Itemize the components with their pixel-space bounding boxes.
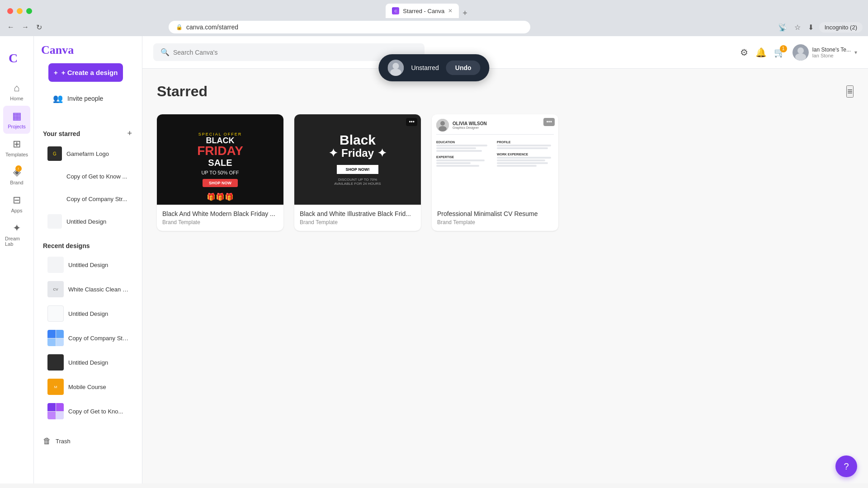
- user-section[interactable]: Ian Stone's Te... Ian Stone ▾: [793, 44, 857, 61]
- recent-item-mobile-course[interactable]: M Mobile Course: [43, 375, 133, 399]
- toast-avatar: [387, 60, 404, 76]
- dreamlab-icon: ✦: [13, 222, 21, 234]
- incognito-btn[interactable]: Incognito (2): [819, 22, 863, 33]
- design-card-black-friday-1[interactable]: Special Offer BLACK FRIDAY SALE UP TO 50…: [157, 114, 283, 231]
- minimize-window-btn[interactable]: [17, 8, 23, 14]
- recent-thumb-4: [47, 330, 64, 346]
- brand-icon: ◈!: [13, 166, 21, 178]
- tab-bar: C Starred - Canva ✕ +: [386, 4, 471, 18]
- cart-button[interactable]: 🛒 1: [774, 47, 785, 58]
- create-design-button[interactable]: + + Create a design: [48, 63, 123, 82]
- nav-item-dreamlab[interactable]: ✦ Dream Lab: [3, 218, 30, 251]
- svg-point-3: [797, 47, 804, 54]
- cv-edu-line-1: [436, 145, 487, 146]
- design-card-black-friday-2[interactable]: Black ✦ Friday ✦ SHOP NOW! DISCOUNT UP T…: [294, 114, 421, 231]
- canva-logo[interactable]: C: [7, 40, 27, 78]
- nav-item-brand[interactable]: ◈! Brand: [3, 162, 30, 190]
- bf2-friday-text: Friday: [341, 147, 374, 160]
- close-window-btn[interactable]: [7, 8, 13, 14]
- cv-work-line-3: [497, 162, 548, 164]
- toast-undo-button[interactable]: Undo: [446, 61, 481, 75]
- maximize-window-btn[interactable]: [26, 8, 32, 14]
- reload-button[interactable]: ↻: [34, 21, 44, 33]
- cv-expertise-header: EXPERTISE: [436, 155, 493, 159]
- company-str-label: Copy of Company Str...: [66, 196, 127, 202]
- browser-chrome: C Starred - Canva ✕ +: [0, 0, 868, 18]
- cv-visual: OLIVIA WILSON Graphics Designer EDUCATIO…: [432, 114, 558, 205]
- sidebar-logo-text: Canva: [41, 43, 135, 57]
- cv-work-header: WORK EXPERIENCE: [497, 153, 554, 156]
- black-friday-1-visual: Special Offer BLACK FRIDAY SALE UP TO 50…: [157, 114, 283, 205]
- starred-item-untitled[interactable]: Untitled Design: [43, 211, 133, 232]
- design-card-cv[interactable]: OLIVIA WILSON Graphics Designer EDUCATIO…: [432, 114, 558, 231]
- invite-people-button[interactable]: 👥 Invite people: [48, 89, 108, 108]
- bookmark-icon[interactable]: ☆: [793, 21, 802, 33]
- app-container: C ⌂ Home ▦ Projects ⊞ Templates ◈! Brand…: [0, 36, 868, 483]
- untitled-thumb: [47, 214, 62, 229]
- page-title: Starred: [157, 83, 208, 100]
- lock-icon: 🔒: [176, 24, 183, 30]
- svg-point-4: [795, 53, 806, 61]
- nav-item-projects[interactable]: ▦ Projects: [3, 106, 30, 134]
- notifications-button[interactable]: 🔔: [755, 47, 767, 58]
- trash-item[interactable]: 🗑 Trash: [34, 431, 142, 451]
- tab-close-icon[interactable]: ✕: [448, 8, 453, 14]
- view-toggle-button[interactable]: ≡: [846, 85, 854, 98]
- recent-item-untitled-2[interactable]: Untitled Design: [43, 302, 133, 325]
- apps-icon: ⊟: [13, 194, 21, 206]
- recent-item-white-classic[interactable]: CV White Classic Clean R...: [43, 277, 133, 301]
- gamefarm-label: Gamefarm Logo: [66, 150, 109, 157]
- bf1-decorations: 🎁🎁🎁: [157, 192, 283, 201]
- nav-item-templates[interactable]: ⊞ Templates: [3, 134, 30, 162]
- card-2-menu-dots[interactable]: •••: [406, 118, 417, 126]
- cv-education-header: EDUCATION: [436, 141, 493, 144]
- recent-item-untitled-3[interactable]: Untitled Design: [43, 351, 133, 374]
- user-info: Ian Stone's Te... Ian Stone: [812, 47, 851, 58]
- forward-button[interactable]: →: [20, 21, 31, 33]
- new-tab-button[interactable]: +: [459, 9, 471, 18]
- bf1-friday-text: FRIDAY: [197, 145, 243, 157]
- starred-item-company-str[interactable]: Copy of Company Str...: [43, 188, 133, 210]
- svg-point-9: [392, 63, 399, 69]
- starred-item-gamefarm[interactable]: G Gamefarm Logo: [43, 143, 133, 164]
- nav-item-home[interactable]: ⌂ Home: [3, 78, 30, 106]
- get-to-know-thumb: [47, 169, 62, 183]
- active-tab[interactable]: C Starred - Canva ✕: [386, 4, 459, 18]
- recent-label-2: White Classic Clean R...: [68, 286, 128, 293]
- cv-exp-line-3: [436, 165, 479, 167]
- toast-avatar-image: [387, 60, 404, 76]
- nav-item-apps[interactable]: ⊟ Apps: [3, 190, 30, 218]
- cv-exp-line-1: [436, 160, 485, 161]
- tab-favicon: C: [392, 7, 399, 14]
- card-3-menu-dots[interactable]: •••: [543, 118, 555, 126]
- window-controls: [7, 8, 32, 14]
- cast-icon[interactable]: 📡: [776, 21, 789, 33]
- back-button[interactable]: ←: [5, 21, 16, 33]
- search-input[interactable]: [173, 49, 417, 56]
- recent-item-untitled-1[interactable]: Untitled Design: [43, 253, 133, 277]
- toast-notification: Unstarred Undo: [378, 54, 489, 81]
- cv-header: OLIVIA WILSON Graphics Designer: [436, 119, 554, 131]
- recent-item-get-to-know-2[interactable]: Copy of Get to Kno...: [43, 399, 133, 423]
- black-friday-2-visual: Black ✦ Friday ✦ SHOP NOW! DISCOUNT UP T…: [294, 114, 421, 205]
- header-actions: ⚙ 🔔 🛒 1 Ian Stone's Te...: [740, 44, 857, 61]
- download-icon[interactable]: ⬇: [806, 21, 816, 33]
- nav-dreamlab-label: Dream Lab: [5, 236, 28, 247]
- card-2-menu: •••: [406, 118, 417, 126]
- nav-brand-label: Brand: [10, 180, 23, 185]
- recent-item-company-str-2[interactable]: Copy of Company Str...: [43, 326, 133, 350]
- card-title-1: Black And White Modern Black Friday ...: [162, 210, 278, 217]
- starred-item-get-to-know[interactable]: Copy of Get to Know ...: [43, 165, 133, 187]
- cv-edu-line-3: [436, 150, 482, 152]
- search-icon: 🔍: [160, 48, 170, 56]
- cv-content-grid: EDUCATION EXPERTISE: [436, 139, 554, 168]
- address-bar[interactable]: 🔒 canva.com/starred: [169, 21, 530, 33]
- settings-button[interactable]: ⚙: [740, 47, 748, 58]
- card-thumb-2: Black ✦ Friday ✦ SHOP NOW! DISCOUNT UP T…: [294, 114, 421, 205]
- add-starred-button[interactable]: +: [126, 128, 133, 139]
- svg-point-7: [439, 126, 447, 131]
- help-button[interactable]: ?: [835, 455, 857, 477]
- cv-prof-line-1: [497, 145, 551, 146]
- cv-name-block: OLIVIA WILSON Graphics Designer: [453, 121, 487, 129]
- recent-label-7: Copy of Get to Kno...: [68, 408, 123, 415]
